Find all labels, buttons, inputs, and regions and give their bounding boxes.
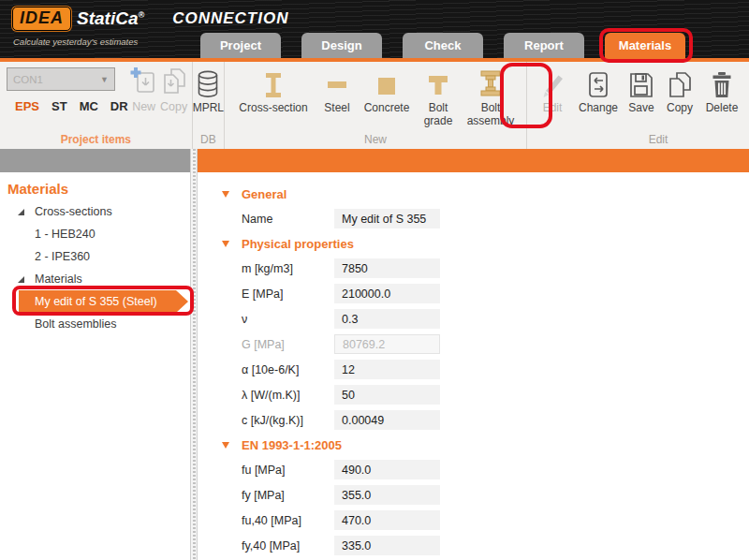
property-label: fy,40 [MPa]: [242, 539, 334, 553]
group-label-edit: Edit: [527, 133, 749, 146]
combobox-value: CON1: [13, 74, 43, 85]
tagline: Calculate yesterday's estimates: [13, 37, 138, 47]
new-document-icon: [130, 67, 158, 99]
property-row: fu,40 [MPa]470.0: [222, 508, 749, 533]
chevron-down-icon: ▼: [100, 75, 109, 84]
property-value-field[interactable]: 470.0: [334, 510, 440, 530]
bolt-assembly-label: Bolt assembly: [465, 102, 516, 128]
ribbon: CON1 ▼ EPS ST MC DR: [0, 62, 749, 149]
property-row: NameMy edit of S 355: [222, 206, 749, 231]
property-value-field[interactable]: 490.0: [334, 460, 440, 479]
collapse-triangle-icon: [222, 241, 229, 247]
property-row: fu [MPa]490.0: [222, 457, 749, 482]
property-value-field[interactable]: 0.3: [334, 309, 440, 329]
group-label-db: DB: [193, 133, 224, 146]
ribbon-group-edit: Edit Change: [527, 62, 749, 149]
property-label: ν: [242, 313, 334, 326]
property-label: c [kJ/(kg.K)]: [242, 414, 334, 427]
section-header-general[interactable]: General: [222, 182, 749, 206]
property-label: m [kg/m3]: [242, 262, 334, 275]
section-header-physical-properties[interactable]: Physical properties: [222, 231, 749, 256]
mprl-button[interactable]: MPRL: [193, 62, 224, 115]
main-panel: GeneralNameMy edit of S 355Physical prop…: [198, 149, 749, 560]
property-label: λ [W/(m.K)]: [242, 389, 334, 402]
copy-button-label: Copy: [667, 102, 693, 115]
project-item-combobox[interactable]: CON1 ▼: [7, 67, 115, 91]
main-header-bar: [198, 149, 749, 172]
product-name: CONNECTION: [172, 9, 288, 28]
property-row: E [MPa]210000.0: [222, 281, 749, 306]
tree-group-materials[interactable]: Materials: [0, 268, 190, 290]
ribbon-group-new: Cross-section Steel Concrete Bolt grade: [225, 62, 527, 149]
property-label: Name: [242, 213, 334, 226]
tab-report[interactable]: Report: [504, 33, 584, 58]
group-label-project-items: Project items: [0, 133, 192, 146]
property-row: α [10e-6/K]12: [222, 357, 749, 382]
section-header-en-1993-1-1-2005[interactable]: EN 1993-1-1:2005: [222, 433, 749, 457]
tree-group-label: Materials: [35, 273, 82, 286]
workspace: Materials Cross-sections1 - HEB2402 - IP…: [0, 149, 749, 560]
tree-group-cross-sections[interactable]: Cross-sections: [0, 200, 190, 223]
steel-label: Steel: [324, 102, 349, 115]
ribbon-group-db: MPRL DB: [193, 62, 225, 149]
tree-item[interactable]: Bolt assemblies: [0, 313, 190, 335]
section-title: EN 1993-1-1:2005: [242, 438, 342, 452]
mode-mc-button[interactable]: MC: [80, 99, 98, 113]
property-label: fy [MPa]: [242, 489, 334, 502]
tab-materials[interactable]: Materials: [605, 33, 685, 58]
property-value-field[interactable]: 355.0: [334, 485, 440, 505]
property-row: fy,40 [MPa]335.0: [222, 533, 749, 558]
concrete-label: Concrete: [364, 102, 410, 115]
concrete-block-icon: [374, 68, 399, 99]
mode-st-button[interactable]: ST: [51, 99, 67, 113]
panel-splitter[interactable]: [190, 149, 198, 560]
mode-eps-button[interactable]: EPS: [15, 99, 39, 113]
collapse-triangle-icon: [222, 191, 229, 198]
property-row: λ [W/(m.K)]50: [222, 382, 749, 407]
brand: IDEA StatiCa® CONNECTION: [12, 7, 288, 31]
save-button-label: Save: [628, 102, 654, 115]
tab-project[interactable]: Project: [200, 33, 281, 58]
tree-item[interactable]: 1 - HEB240: [0, 223, 190, 245]
property-value-field[interactable]: My edit of S 355: [334, 209, 440, 228]
property-value-field[interactable]: 210000.0: [334, 284, 440, 303]
expander-icon[interactable]: [18, 209, 24, 215]
group-label-new: New: [225, 133, 526, 146]
bolt-assembly-icon: [478, 68, 503, 99]
copy-button-label: Copy: [160, 100, 187, 113]
property-row: c [kJ/(kg.K)]0.00049: [222, 407, 749, 433]
i-beam-icon: [261, 68, 286, 99]
new-project-item-button: New: [130, 67, 158, 113]
property-value-field[interactable]: 335.0: [334, 536, 440, 555]
tab-design[interactable]: Design: [301, 33, 382, 58]
cross-section-label: Cross-section: [239, 102, 307, 115]
mode-dr-button[interactable]: DR: [110, 99, 128, 113]
property-label: G [MPa]: [242, 338, 334, 351]
trash-icon: [710, 68, 734, 99]
tree-item[interactable]: 2 - IPE360: [0, 245, 190, 268]
tab-check[interactable]: Check: [403, 33, 483, 58]
edit-button-label: Edit: [543, 102, 563, 115]
section-title: Physical properties: [242, 237, 354, 251]
tree-item-selected[interactable]: My edit of S 355 (Steel): [19, 290, 188, 313]
property-row: fy [MPa]355.0: [222, 482, 749, 508]
property-value-field[interactable]: 50: [334, 385, 440, 405]
expander-icon[interactable]: [18, 276, 24, 283]
property-label: fu,40 [MPa]: [242, 514, 334, 527]
property-row: ν0.3: [222, 306, 749, 332]
navigation-sidebar: Materials Cross-sections1 - HEB2402 - IP…: [0, 149, 190, 560]
property-value-field[interactable]: 12: [334, 360, 440, 379]
mprl-button-label: MPRL: [193, 102, 224, 115]
property-value-field[interactable]: 0.00049: [334, 410, 440, 430]
app-window: IDEA StatiCa® CONNECTION Calculate yeste…: [0, 0, 749, 560]
change-button-label: Change: [579, 102, 618, 115]
property-label: α [10e-6/K]: [242, 363, 334, 376]
sidebar-header-bar: [0, 149, 190, 172]
steel-plate-icon: [325, 68, 349, 99]
property-row: G [MPa]80769.2: [222, 332, 749, 357]
change-swap-icon: [585, 68, 611, 99]
property-value-field[interactable]: 7850: [334, 258, 440, 278]
tree-title: Materials: [0, 176, 190, 200]
new-button-label: New: [132, 100, 155, 113]
copy-project-item-button: Copy: [160, 67, 188, 113]
